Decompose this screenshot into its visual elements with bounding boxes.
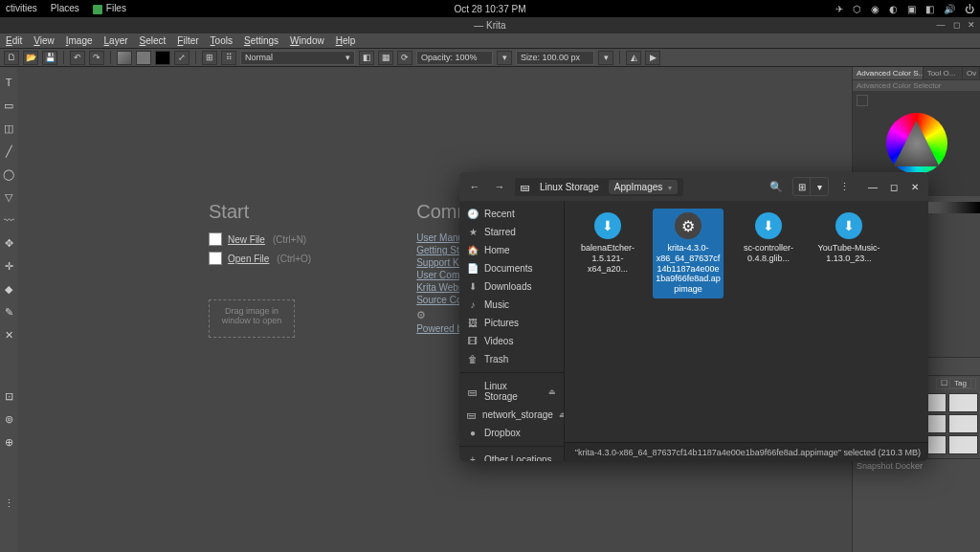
tray-workspace-icon[interactable]: ▣ xyxy=(907,4,916,14)
tray-power-icon[interactable]: ⏻ xyxy=(965,4,974,14)
menu-edit[interactable]: Edit xyxy=(6,35,22,46)
sidebar-item-starred[interactable]: ★Starred xyxy=(459,223,564,241)
brush-preset[interactable] xyxy=(948,393,978,412)
menu-settings[interactable]: Settings xyxy=(244,35,278,46)
undo-icon[interactable]: ↶ xyxy=(70,51,85,65)
tray-volume-icon[interactable]: 🔊 xyxy=(944,4,955,14)
back-button[interactable]: ← xyxy=(465,177,484,196)
fm-maximize-button[interactable]: ◻ xyxy=(886,179,902,194)
tray-desktop-icon[interactable]: ◧ xyxy=(925,4,934,14)
tray-discord-icon[interactable]: ◉ xyxy=(871,4,880,14)
tray-app-icon[interactable]: ◐ xyxy=(889,4,898,14)
forward-button[interactable]: → xyxy=(490,177,509,196)
fg-color-icon[interactable] xyxy=(155,51,170,65)
close-button[interactable]: ✕ xyxy=(967,20,976,30)
open-file-link[interactable]: Open File(Ctrl+O) xyxy=(209,252,311,265)
grid-view-button[interactable]: ⊞ xyxy=(793,178,811,195)
reload-icon[interactable]: ⟳ xyxy=(397,51,412,65)
menu-view[interactable]: View xyxy=(33,35,55,46)
brush-preset[interactable] xyxy=(948,435,978,454)
dropzone[interactable]: Drag image in window to open xyxy=(209,299,295,338)
minimize-button[interactable]: — xyxy=(936,20,946,30)
crop-tool-icon[interactable]: ✛ xyxy=(2,260,15,274)
zoom-tool-icon[interactable]: ⊚ xyxy=(2,413,15,427)
maximize-button[interactable]: ◻ xyxy=(951,20,961,30)
sidebar-item-other-locations[interactable]: +Other Locations xyxy=(459,451,564,461)
mirror-v-icon[interactable]: ▶ xyxy=(645,51,660,65)
brush-preset[interactable] xyxy=(948,414,978,433)
reference-tool-icon[interactable]: ⊡ xyxy=(2,390,15,404)
gradient-swatch-icon[interactable] xyxy=(117,51,132,65)
eject-icon[interactable]: ⏏ xyxy=(548,387,556,396)
activities-button[interactable]: ctivities xyxy=(6,3,37,13)
menu-help[interactable]: Help xyxy=(336,35,356,46)
opacity-slider[interactable]: Opacity: 100% xyxy=(416,51,493,65)
bezier-tool-icon[interactable]: 〰 xyxy=(2,214,15,228)
sidebar-item-videos[interactable]: 🎞Videos xyxy=(459,332,564,350)
blend-mode-select[interactable]: Normal▾ xyxy=(240,51,355,65)
tag-button[interactable]: ☐ Tag xyxy=(936,378,976,389)
file-item[interactable]: ⬇balenaEtcher-1.5.121-x64_a20... xyxy=(572,209,643,277)
sidebar-item-home[interactable]: 🏠Home xyxy=(459,241,564,259)
fm-minimize-button[interactable]: — xyxy=(865,179,880,194)
sidebar-item-downloads[interactable]: ⬇Downloads xyxy=(459,277,564,296)
redo-icon[interactable]: ↷ xyxy=(89,51,104,65)
new-file-link[interactable]: New File(Ctrl+N) xyxy=(209,232,311,246)
crumb-root[interactable]: Linux Storage xyxy=(534,180,605,194)
brush-preset-icon[interactable]: ⊞ xyxy=(202,51,217,65)
menu-select[interactable]: Select xyxy=(140,35,167,46)
alpha-lock-icon[interactable]: ▦ xyxy=(378,51,393,65)
pattern-tool-icon[interactable]: ◫ xyxy=(2,122,15,136)
sidebar-item-pictures[interactable]: 🖼Pictures xyxy=(459,314,564,332)
size-dropdown-icon[interactable]: ▾ xyxy=(598,51,613,65)
tray-dropbox-icon[interactable]: ⬡ xyxy=(853,4,861,14)
fill-tool-icon[interactable]: ◆ xyxy=(2,283,15,297)
assistant-tool-icon[interactable]: ✕ xyxy=(2,329,15,342)
ellipse-tool-icon[interactable]: ◯ xyxy=(2,168,15,182)
tab-overview[interactable]: Ov xyxy=(963,67,980,79)
sidebar-item-dropbox[interactable]: ●Dropbox xyxy=(459,424,564,442)
files-menu[interactable]: Files xyxy=(93,3,126,13)
tray-telegram-icon[interactable]: ✈ xyxy=(835,4,843,14)
crumb-current[interactable]: AppImages ▾ xyxy=(609,180,678,194)
mirror-h-icon[interactable]: ◭ xyxy=(626,51,641,65)
pathbar[interactable]: 🖴 Linux Storage AppImages ▾ xyxy=(515,178,683,196)
sidebar-item-recent[interactable]: 🕘Recent xyxy=(459,205,564,223)
fgbg-swap-icon[interactable]: ⤢ xyxy=(174,51,189,65)
brush-settings-icon[interactable]: ⠿ xyxy=(221,51,236,65)
pan-tool-icon[interactable]: ⊕ xyxy=(2,436,15,450)
polygon-tool-icon[interactable]: ▽ xyxy=(2,191,15,205)
menu-layer[interactable]: Layer xyxy=(104,35,128,46)
sidebar-item-documents[interactable]: 📄Documents xyxy=(459,259,564,277)
tab-tool-options[interactable]: Tool O... xyxy=(924,67,963,79)
tab-color-selector[interactable]: Advanced Color S... xyxy=(853,67,924,79)
file-item[interactable]: ⚙krita-4.3.0-x86_64_87637cf14b1187a4e00e… xyxy=(653,209,724,298)
sidebar-item-network-storage[interactable]: 🖴network_storage⏏ xyxy=(459,406,564,424)
search-button[interactable]: 🔍 xyxy=(766,177,787,196)
menu-image[interactable]: Image xyxy=(66,35,93,46)
text-tool-icon[interactable]: T xyxy=(2,77,15,90)
handle-icon[interactable]: ⋮ xyxy=(2,497,15,511)
view-options-button[interactable]: ▾ xyxy=(811,178,828,195)
file-item[interactable]: ⬇YouTube-Music-1.13.0_23... xyxy=(813,209,884,268)
sidebar-item-music[interactable]: ♪Music xyxy=(459,296,564,314)
move-tool-icon[interactable]: ✥ xyxy=(2,237,15,251)
fm-close-button[interactable]: ✕ xyxy=(907,179,923,194)
places-menu[interactable]: Places xyxy=(51,3,79,13)
gradient-tool-icon[interactable]: ▭ xyxy=(2,99,15,113)
size-slider[interactable]: Size: 100.00 px xyxy=(516,51,594,65)
hamburger-menu[interactable]: ⋮ xyxy=(835,177,854,196)
color-wheel-icon[interactable] xyxy=(886,113,947,174)
clock[interactable]: Oct 28 10:37 PM xyxy=(454,4,525,14)
menu-tools[interactable]: Tools xyxy=(211,35,233,46)
eraser-icon[interactable]: ◧ xyxy=(359,51,374,65)
new-doc-icon[interactable]: 🗋 xyxy=(4,51,19,65)
opacity-dropdown-icon[interactable]: ▾ xyxy=(497,51,512,65)
open-doc-icon[interactable]: 📂 xyxy=(23,51,38,65)
menu-filter[interactable]: Filter xyxy=(177,35,198,46)
menu-window[interactable]: Window xyxy=(290,35,324,46)
save-doc-icon[interactable]: 💾 xyxy=(42,51,57,65)
sidebar-item-trash[interactable]: 🗑Trash xyxy=(459,350,564,368)
line-tool-icon[interactable]: ╱ xyxy=(2,145,15,159)
file-item[interactable]: ⬇sc-controller-0.4.8.glib... xyxy=(733,209,804,268)
